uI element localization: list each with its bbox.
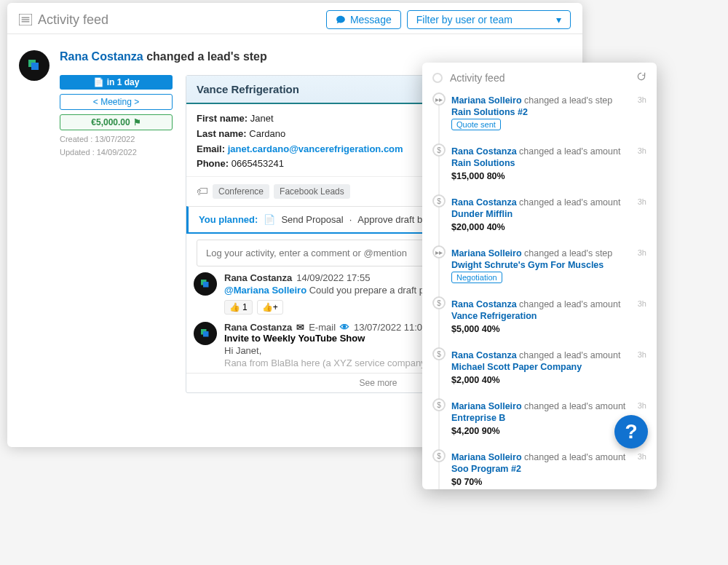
- activity-value: $15,000 80%: [451, 171, 646, 181]
- page-title: Activity feed: [38, 12, 108, 28]
- due-chip-label: in 1 day: [107, 77, 140, 87]
- activity-subject[interactable]: Soo Program #2: [451, 464, 646, 474]
- event-headline: Rana Costanza changed a lead's step: [60, 50, 571, 63]
- activity-time: 3h: [638, 248, 646, 257]
- step-chip: Negotiation: [451, 272, 502, 283]
- add-reaction[interactable]: 👍+: [257, 300, 283, 315]
- activity-actor[interactable]: Mariana Solleiro: [451, 248, 522, 258]
- help-icon: ?: [625, 420, 637, 443]
- phone-label: Phone:: [197, 158, 229, 169]
- activity-subject[interactable]: Rain Solutions: [451, 158, 646, 168]
- event-action: changed a lead's step: [143, 50, 267, 63]
- activity-subject[interactable]: Rain Solutions #2: [451, 107, 646, 117]
- activity-actor[interactable]: Mariana Solleiro: [451, 401, 522, 411]
- activity-item[interactable]: $3hRana Costanza changed a lead's amount…: [451, 346, 646, 397]
- planned-task-1[interactable]: Send Proposal: [281, 214, 343, 225]
- amount-icon: $: [432, 347, 446, 360]
- side-activity-panel: Activity feed ▸▸3hMariana Solleiro chang…: [422, 63, 657, 489]
- envelope-icon: ✉: [296, 322, 304, 333]
- thread-author[interactable]: Rana Costanza: [224, 322, 292, 333]
- step-chip: Quote sent: [451, 119, 501, 130]
- amount-icon: $: [432, 296, 446, 309]
- email-value[interactable]: janet.cardano@vancerefrigeration.com: [228, 143, 403, 154]
- timeline-dot-icon: [432, 73, 443, 83]
- eye-icon: 👁: [340, 322, 349, 333]
- message-button[interactable]: Message: [326, 10, 401, 29]
- header-title-wrap: Activity feed: [19, 12, 108, 28]
- activity-value: $0 70%: [451, 477, 646, 487]
- activity-subject[interactable]: Vance Refrigeration: [451, 311, 646, 321]
- list-icon: [19, 14, 32, 25]
- thread-author[interactable]: Rana Costanza: [224, 272, 292, 283]
- tag[interactable]: Facebook Leads: [274, 184, 350, 199]
- activity-time: 3h: [638, 452, 646, 461]
- event-actor[interactable]: Rana Costanza: [60, 50, 143, 63]
- tag-icon: 🏷: [197, 185, 208, 198]
- activity-time: 3h: [638, 146, 646, 155]
- planned-label: You planned:: [199, 214, 258, 225]
- activity-value: $2,000 40%: [451, 375, 646, 385]
- amount-icon: $: [432, 398, 446, 411]
- thumbs-up-reaction[interactable]: 👍 1: [224, 300, 253, 315]
- header-actions: Message Filter by user or team ▾: [326, 10, 571, 29]
- tag[interactable]: Conference: [213, 184, 269, 199]
- amount-icon: $: [432, 143, 446, 157]
- mention-link[interactable]: @Mariana Solleiro: [224, 285, 306, 296]
- svg-rect-9: [203, 331, 209, 337]
- activity-actor[interactable]: Mariana Solleiro: [451, 95, 522, 106]
- separator: ·: [349, 214, 352, 225]
- activity-actor[interactable]: Mariana Solleiro: [451, 452, 522, 462]
- svg-rect-7: [203, 282, 209, 288]
- avatar: [19, 50, 50, 81]
- activity-subject[interactable]: Dunder Mifflin: [451, 209, 646, 219]
- first-name-value: Janet: [250, 113, 274, 124]
- filter-label: Filter by user or team: [416, 14, 513, 25]
- activity-item[interactable]: $3hRana Costanza changed a lead's amount…: [451, 295, 646, 346]
- last-name-label: Last name:: [197, 128, 247, 139]
- amount-value: €5,000.00: [91, 117, 130, 127]
- activity-time: 3h: [638, 401, 646, 410]
- side-header: Activity feed: [432, 71, 646, 84]
- updated-text: Updated : 14/09/2022: [60, 148, 173, 157]
- caret-down-icon: ▾: [556, 14, 561, 25]
- step-icon: ▸▸: [432, 245, 446, 258]
- activity-actor[interactable]: Rana Costanza: [451, 350, 517, 360]
- activity-time: 3h: [638, 197, 646, 206]
- amount-icon: $: [432, 194, 446, 208]
- help-fab[interactable]: ?: [614, 415, 648, 449]
- side-title: Activity feed: [450, 72, 505, 84]
- activity-actor[interactable]: Rana Costanza: [451, 299, 517, 309]
- refresh-button[interactable]: [636, 71, 646, 84]
- meta-left: 📄 in 1 day < Meeting > €5,000.00 ⚑ Creat…: [60, 75, 173, 393]
- avatar: [194, 272, 217, 296]
- phone-value: 0665453241: [232, 158, 284, 169]
- thread-datetime: 13/07/2022 11:0: [354, 322, 422, 333]
- activity-value: $5,000 40%: [451, 324, 646, 334]
- due-chip[interactable]: 📄 in 1 day: [60, 75, 173, 90]
- logo-icon: [25, 57, 43, 74]
- avatar-column: [19, 50, 50, 442]
- meeting-chip[interactable]: < Meeting >: [60, 94, 173, 110]
- filter-select[interactable]: Filter by user or team ▾: [407, 10, 571, 29]
- activity-item[interactable]: $3hRana Costanza changed a lead's amount…: [451, 193, 646, 244]
- created-text: Created : 13/07/2022: [60, 135, 173, 143]
- email-label: Email:: [197, 143, 225, 154]
- activity-subject[interactable]: Michael Scott Paper Company: [451, 362, 646, 372]
- activity-subject[interactable]: Dwight Schrute's Gym For Muscles: [451, 260, 646, 270]
- document-icon: 📄: [264, 214, 275, 225]
- activity-item[interactable]: ▸▸3hMariana Solleiro changed a lead's st…: [451, 244, 646, 295]
- chat-icon: [336, 15, 346, 25]
- activity-item[interactable]: ▸▸3hMariana Solleiro changed a lead's st…: [451, 91, 646, 142]
- activity-actor[interactable]: Rana Costanza: [451, 146, 517, 157]
- message-button-label: Message: [350, 14, 392, 25]
- amount-chip: €5,000.00 ⚑: [60, 114, 173, 130]
- activity-actor[interactable]: Rana Costanza: [451, 197, 517, 208]
- react-count: 1: [242, 302, 248, 312]
- activity-time: 3h: [638, 95, 646, 104]
- activity-item[interactable]: $3hMariana Solleiro changed a lead's amo…: [451, 448, 646, 489]
- activity-item[interactable]: $3hRana Costanza changed a lead's amount…: [451, 142, 646, 193]
- first-name-label: First name:: [197, 113, 248, 124]
- activity-value: $20,000 40%: [451, 222, 646, 232]
- last-name-value: Cardano: [249, 128, 285, 139]
- activity-time: 3h: [638, 299, 646, 308]
